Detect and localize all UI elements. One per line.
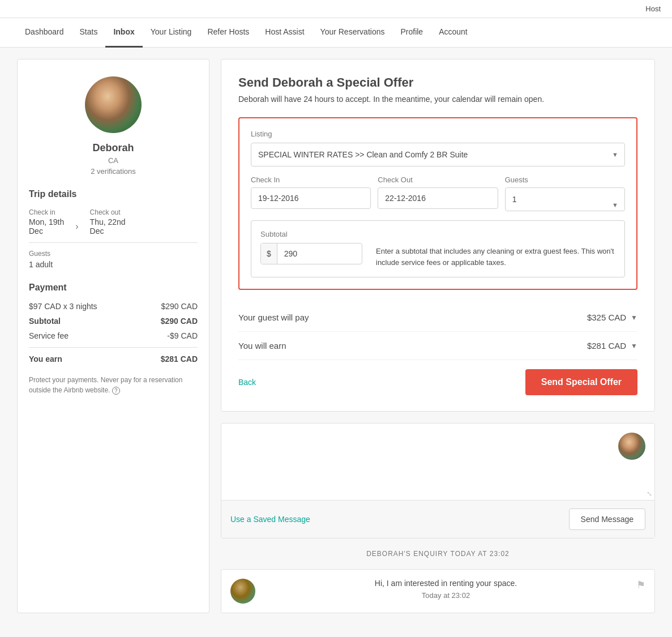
nav-your-reservations[interactable]: Your Reservations — [313, 18, 393, 48]
listing-label: Listing — [251, 130, 625, 138]
guests-label: Guests — [29, 250, 198, 258]
payment-section: $97 CAD x 3 nights $290 CAD Subtotal $29… — [29, 302, 198, 364]
enquiry-message: Hi, I am interested in renting your spac… — [221, 569, 655, 613]
message-textarea[interactable] — [230, 433, 645, 489]
earn-amount-pricing: $281 CAD ▼ — [587, 341, 637, 350]
subtotal-input-wrap: $ — [260, 243, 362, 264]
guest-pay-amount: $325 CAD ▼ — [587, 313, 637, 322]
checkout-field-label: Check Out — [378, 176, 498, 184]
saved-message-link[interactable]: Use a Saved Message — [230, 515, 310, 524]
back-button[interactable]: Back — [238, 378, 256, 387]
enquiry-time: Today at 23:02 — [264, 591, 627, 600]
earn-expand-icon[interactable]: ▼ — [631, 342, 637, 350]
checkout-group: Check Out — [378, 176, 498, 211]
guests-select-wrap: 1 — [505, 187, 625, 211]
user-location: CA — [29, 156, 198, 165]
subtotal-input[interactable] — [277, 243, 334, 264]
trip-arrow-icon: › — [75, 208, 78, 236]
sidebar: Deborah CA 2 verifications Trip details … — [17, 59, 209, 613]
card-subtitle: Deborah will have 24 hours to accept. In… — [238, 95, 637, 104]
resize-icon: ⤡ — [647, 490, 652, 498]
checkin-group: Check In — [251, 176, 371, 211]
nav-profile[interactable]: Profile — [392, 18, 431, 48]
guests-field-label: Guests — [505, 176, 625, 184]
nav-your-listing[interactable]: Your Listing — [143, 18, 200, 48]
enquiry-title: DEBORAH'S ENQUIRY TODAY AT 23:02 — [221, 550, 655, 558]
service-fee-label: Service fee — [29, 331, 69, 340]
enquiry-content: Hi, I am interested in renting your spac… — [264, 579, 627, 600]
host-label: Host — [645, 5, 661, 13]
dollar-sign: $ — [261, 243, 277, 264]
nav-refer-hosts[interactable]: Refer Hosts — [199, 18, 257, 48]
nav-host-assist[interactable]: Host Assist — [257, 18, 312, 48]
checkout-day: Thu, 22nd — [90, 217, 126, 226]
rate-amount: $290 CAD — [161, 302, 198, 311]
card-title: Send Deborah a Special Offer — [238, 75, 637, 90]
checkin-input[interactable] — [251, 187, 371, 209]
checkin-month: Dec — [29, 226, 64, 236]
trip-details: Check in Mon, 19th Dec › Check out Thu, … — [29, 208, 198, 269]
earn-label-pricing: You will earn — [238, 341, 286, 350]
checkin-day: Mon, 19th — [29, 217, 64, 226]
payment-title: Payment — [29, 283, 198, 293]
send-message-button[interactable]: Send Message — [569, 508, 645, 530]
checkin-label: Check in — [29, 208, 64, 216]
action-row: Back Send Special Offer — [238, 360, 637, 395]
guest-pay-expand-icon[interactable]: ▼ — [631, 314, 637, 322]
main-nav: Dashboard Stats Inbox Your Listing Refer… — [0, 18, 672, 48]
subtotal-label: Subtotal — [29, 317, 61, 326]
offer-form: Listing SPECIAL WINTER RATES >> Clean an… — [238, 117, 637, 290]
main-content: Send Deborah a Special Offer Deborah wil… — [221, 59, 655, 613]
user-verifications: 2 verifications — [29, 167, 198, 176]
help-icon[interactable]: ? — [112, 387, 120, 395]
guest-pay-label: Your guest will pay — [238, 313, 309, 322]
guests-group: Guests 1 — [505, 176, 625, 211]
host-avatar — [618, 433, 645, 460]
checkout-month: Dec — [90, 226, 126, 236]
trip-details-title: Trip details — [29, 189, 198, 199]
listing-select[interactable]: SPECIAL WINTER RATES >> Clean and Comfy … — [251, 143, 625, 166]
earn-label: You earn — [29, 354, 62, 364]
special-offer-card: Send Deborah a Special Offer Deborah wil… — [221, 59, 655, 412]
service-fee-amount: -$9 CAD — [167, 331, 198, 340]
send-special-offer-button[interactable]: Send Special Offer — [525, 369, 637, 395]
checkin-field-label: Check In — [251, 176, 371, 184]
enquiry-text: Hi, I am interested in renting your spac… — [264, 579, 627, 588]
subtotal-note: Enter a subtotal that includes any clean… — [376, 230, 615, 268]
subtotal-section: Subtotal $ Enter a subtotal that include… — [251, 220, 625, 277]
avatar — [85, 76, 142, 133]
checkout-input[interactable] — [378, 187, 498, 209]
enquiry-section: DEBORAH'S ENQUIRY TODAY AT 23:02 Hi, I a… — [221, 550, 655, 613]
guests-select[interactable]: 1 — [505, 187, 625, 211]
enquiry-avatar — [230, 579, 255, 604]
subtotal-field-label: Subtotal — [260, 230, 362, 238]
guests-value: 1 adult — [29, 260, 198, 269]
nav-account[interactable]: Account — [431, 18, 476, 48]
listing-select-wrap: SPECIAL WINTER RATES >> Clean and Comfy … — [251, 143, 625, 166]
nav-inbox[interactable]: Inbox — [105, 18, 142, 48]
nav-dashboard[interactable]: Dashboard — [17, 18, 72, 48]
subtotal-amount: $290 CAD — [161, 317, 198, 326]
nav-stats[interactable]: Stats — [72, 18, 106, 48]
rate-label: $97 CAD x 3 nights — [29, 302, 97, 311]
protect-text: Protect your payments. Never pay for a r… — [29, 375, 198, 395]
user-name: Deborah — [29, 142, 198, 154]
earn-row: You will earn $281 CAD ▼ — [238, 332, 637, 360]
message-textarea-wrap: ⤡ — [221, 424, 654, 500]
message-footer: Use a Saved Message Send Message — [221, 500, 654, 538]
message-card: ⤡ Use a Saved Message Send Message — [221, 423, 655, 538]
flag-icon[interactable]: ⚑ — [636, 579, 645, 591]
guest-pay-row: Your guest will pay $325 CAD ▼ — [238, 303, 637, 332]
checkout-label: Check out — [90, 208, 126, 216]
earn-amount: $281 CAD — [161, 354, 198, 364]
